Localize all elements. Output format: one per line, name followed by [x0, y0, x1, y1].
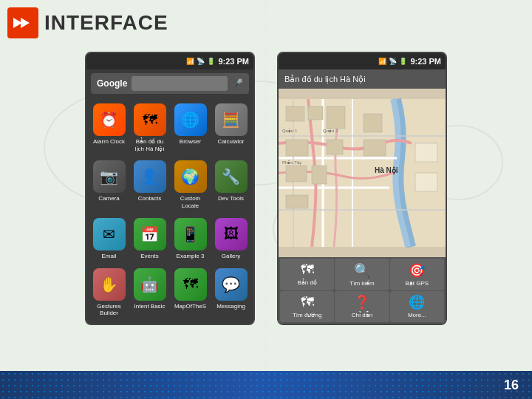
- map-button-ban-do[interactable]: 🗺Bản đồ: [280, 259, 334, 290]
- right-status-icons: 📶 📡 🔋: [378, 58, 407, 65]
- app-item-map-hanoi[interactable]: 🗺Bản đồ du lịch Hà Nội: [130, 100, 169, 156]
- app-item-messaging[interactable]: 💬Messaging: [211, 265, 250, 321]
- map-title-text: Bản đồ du lịch Hà Nội: [284, 75, 366, 84]
- map-button-chi-dan[interactable]: ❓Chỉ dẫn: [335, 291, 389, 323]
- right-wifi-icon: 📡: [389, 58, 397, 65]
- map-button-more[interactable]: 🌐More...: [390, 291, 444, 323]
- map-btn-label-more: More...: [408, 312, 426, 318]
- right-phone: 📶 📡 🔋 9:23 PM Bản đồ du lịch Hà Nội: [277, 52, 447, 325]
- app-item-calculator[interactable]: 🧮Calculator: [211, 100, 250, 156]
- map-btn-label-ban-do: Bản đồ: [297, 279, 316, 286]
- app-label-mapofthes: MapOfTheS: [174, 303, 206, 310]
- right-status-bar: 📶 📡 🔋 9:23 PM: [279, 53, 446, 69]
- app-item-gestures[interactable]: ✋Gestures Builder: [89, 265, 129, 321]
- right-signal-icon: 📶: [378, 58, 386, 65]
- map-btn-icon-bat-gps: 🎯: [409, 262, 425, 279]
- svg-rect-25: [312, 166, 327, 184]
- map-btn-icon-more: 🌐: [409, 294, 425, 310]
- map-btn-icon-chi-dan: ❓: [354, 294, 370, 310]
- app-icon-mapofthes: 🗺: [174, 268, 207, 301]
- status-icons: 📶 📡 🔋: [186, 58, 215, 65]
- app-icon-events: 📅: [134, 218, 166, 250]
- map-button-bat-gps[interactable]: 🎯Bật GPS: [390, 259, 444, 290]
- app-item-gallery[interactable]: 🖼Gallery: [211, 215, 250, 264]
- app-icon-browser: 🌐: [174, 103, 207, 136]
- left-phone: 📶 📡 🔋 9:23 PM Google 🎤 ⏰Alarm Clock🗺Bản …: [85, 52, 255, 325]
- svg-text:Quận 1: Quận 1: [282, 129, 298, 134]
- app-label-map-hanoi: Bản đồ du lịch Hà Nội: [132, 138, 168, 152]
- app-grid: ⏰Alarm Clock🗺Bản đồ du lịch Hà Nội🌐Brows…: [86, 98, 253, 324]
- app-item-browser[interactable]: 🌐Browser: [171, 100, 210, 156]
- app-label-camera: Camera: [98, 195, 119, 202]
- svg-rect-20: [308, 106, 323, 120]
- logo-icon: [7, 7, 38, 38]
- app-label-calculator: Calculator: [217, 138, 244, 146]
- app-item-email[interactable]: ✉Email: [89, 215, 129, 264]
- app-icon-intent-basic: 🤖: [134, 268, 166, 301]
- map-btn-icon-tim-kiem: 🔍: [354, 262, 370, 279]
- app-item-mapofthes[interactable]: 🗺MapOfTheS: [171, 265, 210, 321]
- signal-icon: 📶: [186, 58, 194, 65]
- header: INTERFACE: [7, 7, 168, 38]
- svg-rect-19: [286, 106, 304, 121]
- svg-text:Hà Nội: Hà Nội: [375, 166, 398, 174]
- page-number: 16: [504, 378, 519, 393]
- svg-rect-23: [327, 140, 343, 154]
- app-item-events[interactable]: 📅Events: [130, 215, 169, 264]
- app-label-dev-tools: Dev Tools: [218, 195, 244, 202]
- app-label-messaging: Messaging: [216, 303, 245, 310]
- app-label-example3: Example 3: [177, 253, 205, 260]
- svg-text:Phần Tây: Phần Tây: [282, 160, 301, 165]
- right-status-time: 9:23 PM: [410, 57, 441, 66]
- search-bar[interactable]: Google 🎤: [91, 73, 249, 94]
- bottom-bar: 16: [0, 371, 532, 399]
- svg-rect-21: [286, 140, 308, 156]
- app-label-contacts: Contacts: [138, 195, 162, 202]
- map-btn-icon-tim-duong: 🗺: [301, 295, 314, 310]
- app-icon-contacts: 👤: [134, 160, 166, 193]
- left-status-bar: 📶 📡 🔋 9:23 PM: [86, 53, 253, 69]
- search-input[interactable]: [132, 76, 228, 91]
- app-icon-messaging: 💬: [215, 268, 248, 301]
- svg-rect-28: [364, 114, 382, 132]
- wifi-icon: 📡: [197, 58, 205, 65]
- svg-rect-22: [327, 106, 345, 129]
- app-icon-map-hanoi: 🗺: [134, 103, 166, 136]
- app-item-alarm-clock[interactable]: ⏰Alarm Clock: [89, 100, 129, 156]
- right-battery-icon: 🔋: [399, 58, 407, 65]
- mic-icon: 🎤: [232, 78, 243, 89]
- app-icon-alarm-clock: ⏰: [93, 103, 126, 136]
- map-button-tim-kiem[interactable]: 🔍Tìm kiếm: [335, 259, 389, 290]
- map-btn-label-bat-gps: Bật GPS: [405, 280, 429, 287]
- map-title-bar: Bản đồ du lịch Hà Nội: [279, 69, 446, 89]
- app-item-contacts[interactable]: 👤Contacts: [130, 157, 169, 213]
- svg-rect-27: [364, 140, 386, 156]
- app-label-intent-basic: Intent Basic: [134, 303, 166, 310]
- google-logo: Google: [97, 78, 127, 89]
- app-item-dev-tools[interactable]: 🔧Dev Tools: [211, 157, 250, 213]
- app-item-custom-locale[interactable]: 🌍Custom Locale: [171, 157, 210, 213]
- app-label-email: Email: [101, 253, 116, 260]
- svg-rect-30: [415, 173, 437, 191]
- app-icon-example3: 📱: [174, 218, 207, 250]
- app-icon-calculator: 🧮: [215, 103, 248, 136]
- app-label-custom-locale: Custom Locale: [172, 195, 208, 209]
- map-btn-icon-ban-do: 🗺: [301, 262, 314, 278]
- page-title: INTERFACE: [44, 11, 168, 35]
- app-icon-email: ✉: [93, 218, 126, 250]
- app-item-camera[interactable]: 📷Camera: [89, 157, 129, 213]
- svg-rect-26: [286, 195, 308, 208]
- app-icon-dev-tools: 🔧: [215, 160, 248, 193]
- app-item-intent-basic[interactable]: 🤖Intent Basic: [130, 265, 169, 321]
- app-label-alarm-clock: Alarm Clock: [93, 138, 125, 146]
- app-item-example3[interactable]: 📱Example 3: [171, 215, 210, 264]
- app-icon-camera: 📷: [93, 160, 126, 193]
- battery-icon: 🔋: [207, 58, 215, 65]
- map-bottom-bar: 🗺Bản đồ🔍Tìm kiếm🎯Bật GPS🗺Tìm đường❓Chỉ d…: [279, 257, 446, 324]
- map-button-tim-duong[interactable]: 🗺Tìm đường: [280, 291, 334, 323]
- map-view: Hà Nội Quận 1 Quận 2 Phần Tây: [279, 89, 446, 257]
- app-icon-custom-locale: 🌍: [174, 160, 207, 193]
- map-container: Bản đồ du lịch Hà Nội: [279, 69, 446, 324]
- app-label-gestures: Gestures Builder: [91, 303, 127, 317]
- app-label-gallery: Gallery: [222, 253, 240, 260]
